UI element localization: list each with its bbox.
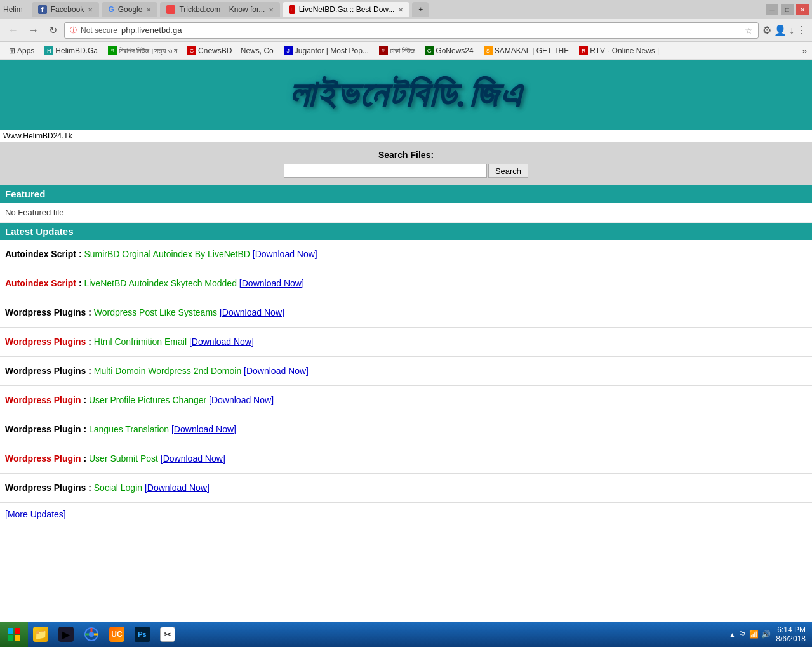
file-separator: : — [88, 366, 94, 376]
featured-header: Featured — [0, 185, 812, 203]
tab-trickbd-close[interactable]: ✕ — [269, 6, 274, 13]
file-type: Wordpress Plugins — [5, 366, 86, 376]
nav-icons: ⚙ 👤 ↓ ⋮ — [762, 24, 807, 36]
file-separator: : — [88, 483, 94, 493]
jugantor-favicon: J — [284, 46, 293, 55]
search-label: Search Files: — [8, 150, 804, 160]
dhaka-favicon: ঢ — [379, 46, 388, 55]
tab-facebook[interactable]: f Facebook ✕ — [32, 2, 100, 17]
file-item: Wordpress Plugin : Langues Translation [… — [0, 415, 812, 444]
file-item: Wordpress Plugins : Html Confrimition Em… — [0, 328, 812, 357]
refresh-button[interactable]: ↻ — [46, 23, 60, 37]
file-name: Social Login — [94, 483, 142, 493]
tab-livenet-close[interactable]: ✕ — [398, 6, 403, 13]
file-item: Wordpress Plugins : Wordpress Post Like … — [0, 298, 812, 328]
bookmark-nirapod[interactable]: ন নিরাপদ নিউজ।সত্য ৩ ন — [104, 45, 181, 57]
bookmark-rtv-label: RTV - Online News | — [590, 46, 659, 55]
bookmark-jugantor-label: Jugantor | Most Pop... — [295, 46, 369, 55]
file-download-link[interactable]: [Download Now] — [244, 366, 309, 376]
file-download-link[interactable]: [Download Now] — [239, 278, 304, 288]
not-secure-icon: ⓘ — [70, 25, 77, 35]
menu-button[interactable]: ⋮ — [797, 24, 807, 36]
search-form: Search — [8, 164, 804, 178]
forward-button[interactable]: → — [25, 23, 42, 37]
extensions-button[interactable]: ⚙ — [762, 24, 771, 36]
latest-header: Latest Updates — [0, 223, 812, 240]
cnews-favicon: C — [187, 46, 196, 55]
file-name: User Submit Post — [89, 453, 158, 464]
address-bar[interactable]: ⓘ Not secure php.livenetbd.ga ☆ — [64, 22, 759, 39]
file-name: Multi Domoin Wordpress 2nd Domoin — [94, 366, 241, 376]
nirapod-favicon: ন — [108, 46, 117, 55]
tab-trickbd[interactable]: T Trickbd.com – Know for... ✕ — [160, 2, 280, 17]
tab-livenet[interactable]: L LiveNetBD.Ga :: Best Dow... ✕ — [283, 2, 409, 17]
file-type: Autoindex Script — [5, 249, 76, 259]
file-name: User Profile Pictures Changer — [89, 395, 206, 405]
tab-livenet-label: LiveNetBD.Ga :: Best Dow... — [299, 5, 395, 14]
file-type: Autoindex Script — [5, 278, 76, 288]
update-button[interactable]: ↓ — [789, 25, 794, 36]
watermark: Www.HelimBD24.Tk — [0, 130, 812, 142]
bookmark-cnews[interactable]: C CnewsBD – News, Co — [183, 45, 277, 57]
nav-bar: ← → ↻ ⓘ Not secure php.livenetbd.ga ☆ ⚙ … — [0, 19, 812, 42]
file-separator: : — [83, 395, 89, 405]
file-download-link[interactable]: [Download Now] — [253, 249, 317, 259]
file-separator: : — [88, 307, 94, 317]
bookmark-helimbd[interactable]: H HelimBD.Ga — [41, 45, 102, 57]
bookmark-gonews[interactable]: G GoNews24 — [421, 45, 477, 57]
bookmark-rtv[interactable]: R RTV - Online News | — [575, 45, 663, 57]
file-download-link[interactable]: [Download Now] — [209, 395, 274, 405]
file-download-link[interactable]: [Download Now] — [145, 483, 210, 493]
gonews-favicon: G — [425, 46, 434, 55]
tab-trickbd-label: Trickbd.com – Know for... — [179, 5, 265, 14]
samakal-favicon: S — [484, 46, 493, 55]
file-download-link[interactable]: [Download Now] — [220, 307, 284, 317]
helimbd-favicon: H — [44, 46, 53, 55]
tab-google-close[interactable]: ✕ — [146, 6, 151, 13]
file-item: Wordpress Plugins : Social Login [Downlo… — [0, 474, 812, 503]
file-download-link[interactable]: [Download Now] — [171, 424, 236, 434]
title-bar-name: Helim — [3, 5, 23, 14]
search-button[interactable]: Search — [488, 164, 528, 178]
search-section: Search Files: Search — [0, 142, 812, 185]
file-separator: : — [83, 424, 89, 434]
bookmark-jugantor[interactable]: J Jugantor | Most Pop... — [280, 45, 373, 57]
tab-facebook-label: Facebook — [51, 5, 84, 14]
site-header: লাইভনেটবিডি.জিএ — [0, 60, 812, 130]
browser-chrome: Helim f Facebook ✕ G Google ✕ T Trickbd.… — [0, 0, 812, 612]
file-download-link[interactable]: [Download Now] — [161, 453, 225, 464]
file-item: Wordpress Plugin : User Submit Post [Dow… — [0, 444, 812, 474]
file-type: Wordpress Plugins — [5, 337, 86, 347]
account-button[interactable]: 👤 — [774, 24, 787, 36]
file-download-link[interactable]: [Download Now] — [189, 337, 254, 347]
bookmarks-bar: ⊞ Apps H HelimBD.Ga ন নিরাপদ নিউজ।সত্য ৩… — [0, 42, 812, 60]
bookmark-dhaka[interactable]: ঢ ঢাকা নিউজ — [375, 45, 418, 57]
file-name: SumirBD Orginal Autoindex By LiveNetBD — [84, 249, 250, 259]
file-name: Wordpress Post Like Systeams — [94, 307, 217, 317]
maximize-button[interactable]: □ — [781, 4, 794, 15]
bookmarks-more-icon[interactable]: » — [802, 46, 807, 56]
url-text[interactable]: php.livenetbd.ga — [121, 25, 741, 35]
tab-facebook-close[interactable]: ✕ — [88, 6, 93, 13]
bookmark-samakal[interactable]: S SAMAKAL | GET THE — [480, 45, 573, 57]
no-featured-text: No Featured file — [0, 203, 812, 223]
apps-icon: ⊞ — [9, 46, 15, 55]
browser-viewport[interactable]: লাইভনেটবিডি.জিএ Www.HelimBD24.Tk Search … — [0, 60, 812, 612]
close-button[interactable]: ✕ — [796, 4, 809, 15]
file-separator: : — [83, 453, 89, 464]
file-item: Wordpress Plugins : Multi Domoin Wordpre… — [0, 357, 812, 386]
more-updates-link[interactable]: [More Updates] — [0, 503, 812, 526]
back-button[interactable]: ← — [5, 23, 22, 37]
file-type: Wordpress Plugins — [5, 307, 86, 317]
bookmark-cnews-label: CnewsBD – News, Co — [198, 46, 274, 55]
bookmark-nirapod-label: নিরাপদ নিউজ।সত্য ৩ ন — [119, 46, 177, 55]
minimize-button[interactable]: ─ — [766, 4, 778, 15]
bookmark-star-icon[interactable]: ☆ — [745, 25, 753, 36]
tab-google[interactable]: G Google ✕ — [102, 2, 157, 17]
bookmark-apps[interactable]: ⊞ Apps — [5, 45, 38, 57]
apps-label: Apps — [17, 46, 34, 55]
search-input[interactable] — [284, 164, 487, 178]
file-name: LiveNetBD Autoindex Skytech Modded — [84, 278, 236, 288]
tab-new[interactable]: + — [412, 2, 429, 17]
google-favicon: G — [108, 5, 114, 14]
